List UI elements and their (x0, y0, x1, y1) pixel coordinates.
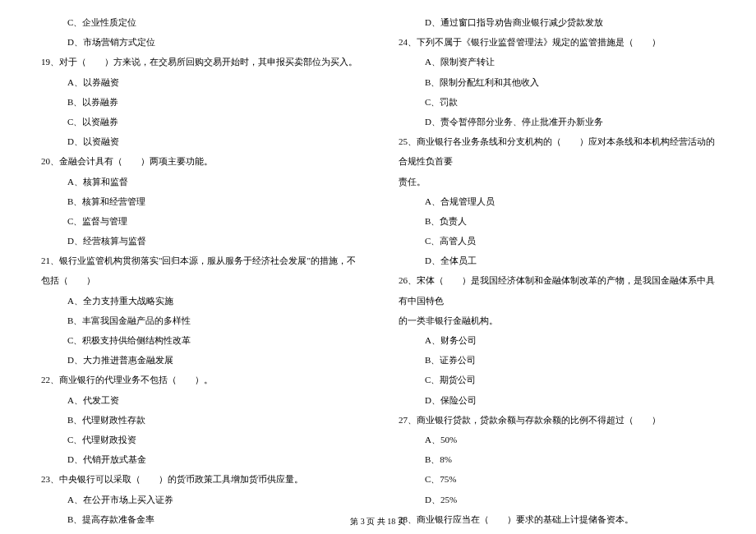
question-26: 26、宋体（ ）是我国经济体制和金融体制改革的产物，是我国金融体系中具有中国特色 (399, 270, 715, 310)
question-26-continuation: 的一类非银行金融机构。 (399, 311, 715, 330)
option-text: A、限制资产转让 (399, 52, 715, 71)
option-text: C、75% (399, 469, 715, 489)
option-text: D、市场营销方式定位 (41, 32, 357, 52)
option-text: A、50% (399, 430, 715, 449)
question-27: 27、商业银行贷款，贷款余额与存款余额的比例不得超过（ ） (399, 410, 715, 430)
option-text: D、全体员工 (399, 251, 715, 270)
option-text: C、代理财政投资 (41, 430, 357, 449)
option-text: A、最低资本 (399, 529, 715, 534)
option-text: D、经营核算与监督 (41, 231, 357, 251)
option-text: A、全力支持重大战略实施 (41, 291, 357, 311)
question-25: 25、商业银行各业务条线和分支机构的（ ）应对本条线和本机构经营活动的合规性负首… (399, 131, 715, 171)
question-24: 24、下列不属于《银行业监督管理法》规定的监管措施是（ ） (399, 32, 715, 52)
option-text: B、核算和经营管理 (41, 191, 357, 211)
option-text: C、高管人员 (399, 231, 715, 251)
question-25-continuation: 责任。 (399, 172, 715, 191)
option-text: D、大力推进普惠金融发展 (41, 350, 357, 370)
question-19: 19、对于（ ）方来说，在交易所回购交易开始时，其申报买卖部位为买入。 (41, 52, 357, 71)
option-text: C、积极支持供给侧结构性改革 (41, 330, 357, 350)
option-text: D、25% (399, 490, 715, 509)
option-text: C、期货公司 (399, 370, 715, 389)
option-text: A、合规管理人员 (399, 191, 715, 211)
option-text: C、企业性质定位 (41, 12, 357, 32)
option-text: A、核算和监督 (41, 172, 357, 191)
option-text: D、以资融资 (41, 131, 357, 151)
left-column: C、企业性质定位 D、市场营销方式定位 19、对于（ ）方来说，在交易所回购交易… (41, 12, 357, 534)
two-column-layout: C、企业性质定位 D、市场营销方式定位 19、对于（ ）方来说，在交易所回购交易… (41, 12, 715, 534)
question-21: 21、银行业监管机构贯彻落实"回归本源，服从服务于经济社会发展"的措施，不包括（… (41, 251, 357, 290)
option-text: B、证券公司 (399, 350, 715, 370)
option-text: D、保险公司 (399, 390, 715, 410)
option-text: D、通过窗口指导劝告商业银行减少贷款发放 (399, 12, 715, 32)
option-text: A、财务公司 (399, 330, 715, 350)
question-23: 23、中央银行可以采取（ ）的货币政策工具增加货币供应量。 (41, 469, 357, 489)
option-text: C、监督与管理 (41, 211, 357, 231)
option-text: A、代发工资 (41, 390, 357, 410)
option-text: B、8% (399, 449, 715, 469)
option-text: D、代销开放式基金 (41, 449, 357, 469)
option-text: B、丰富我国金融产品的多样性 (41, 311, 357, 330)
option-text: A、以券融资 (41, 72, 357, 92)
option-text: C、提高再贴现率 (41, 529, 357, 534)
option-text: C、罚款 (399, 92, 715, 112)
question-20: 20、金融会计具有（ ）两项主要功能。 (41, 151, 357, 171)
option-text: B、以券融券 (41, 92, 357, 112)
right-column: D、通过窗口指导劝告商业银行减少贷款发放 24、下列不属于《银行业监督管理法》规… (399, 12, 715, 534)
option-text: B、限制分配红利和其他收入 (399, 72, 715, 92)
option-text: A、在公开市场上买入证券 (41, 490, 357, 509)
question-22: 22、商业银行的代理业务不包括（ ）。 (41, 370, 357, 389)
option-text: D、责令暂停部分业务、停止批准开办新业务 (399, 112, 715, 131)
page-footer: 第 3 页 共 18 页 (0, 516, 756, 527)
option-text: B、负责人 (399, 211, 715, 231)
option-text: B、代理财政性存款 (41, 410, 357, 430)
option-text: C、以资融券 (41, 112, 357, 131)
